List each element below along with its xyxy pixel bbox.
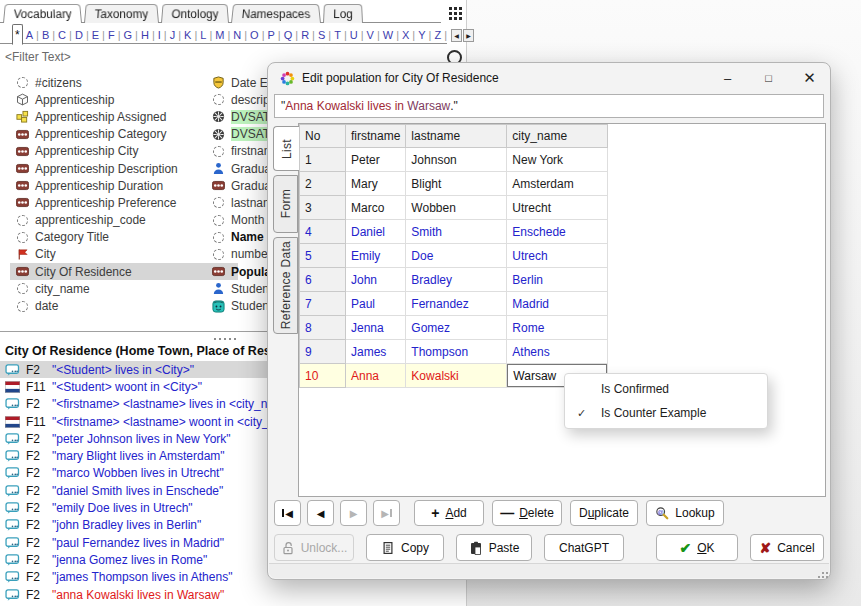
tree-item[interactable]: Apprenticeship Preference [10, 194, 238, 211]
city-cell[interactable]: Madrid [507, 292, 608, 316]
lastname-cell[interactable]: Blight [406, 172, 507, 196]
alphabet-letter-X[interactable]: X [399, 29, 412, 41]
alphabet-letter-M[interactable]: M [212, 29, 227, 41]
alphabet-letter-J[interactable]: J [167, 29, 179, 41]
table-row[interactable]: 6JohnBradleyBerlin [300, 268, 608, 292]
row-number-cell[interactable]: 6 [300, 268, 346, 292]
firstname-cell[interactable]: Emily [346, 244, 406, 268]
tree-item[interactable]: City Of Residence [10, 263, 238, 280]
tree-item[interactable]: Apprenticeship [10, 91, 238, 108]
alphabet-letter-Y[interactable]: Y [415, 29, 428, 41]
firstname-cell[interactable]: Anna [346, 364, 406, 388]
first-record-button[interactable]: ◀ [274, 500, 301, 526]
add-button[interactable]: +Add [414, 500, 484, 526]
next-record-button[interactable]: ▶ [340, 500, 367, 526]
statement-row[interactable]: F2"anna Kowalski lives in Warsaw" [0, 586, 467, 603]
alphabet-scroll-right-icon[interactable]: ▶ [463, 29, 474, 42]
tab-taxonomy[interactable]: Taxonomy [84, 4, 159, 23]
city-cell[interactable]: Athens [507, 340, 608, 364]
splitter-grip-icon[interactable] [214, 338, 216, 340]
tree-item[interactable]: City [10, 246, 238, 263]
tree-item[interactable]: Category Title [10, 229, 238, 246]
tab-ontology[interactable]: Ontology [161, 4, 229, 23]
minimize-button[interactable]: – [707, 63, 748, 93]
column-header-city_name[interactable]: city_name [507, 125, 608, 148]
maximize-button[interactable]: □ [748, 63, 789, 93]
alphabet-letter-W[interactable]: W [380, 29, 396, 41]
close-button[interactable]: ✕ [789, 63, 830, 93]
firstname-cell[interactable]: Daniel [346, 220, 406, 244]
lastname-cell[interactable]: Smith [406, 220, 507, 244]
row-number-cell[interactable]: 8 [300, 316, 346, 340]
row-number-cell[interactable]: 4 [300, 220, 346, 244]
alphabet-letter-C[interactable]: C [55, 29, 69, 41]
table-row[interactable]: 10AnnaKowalskiWarsaw [300, 364, 608, 388]
previous-record-button[interactable]: ◀ [307, 500, 334, 526]
alphabet-letter-H[interactable]: H [138, 29, 152, 41]
tree-item[interactable]: Apprenticeship Duration [10, 177, 238, 194]
alphabet-letter-K[interactable]: K [181, 29, 194, 41]
firstname-cell[interactable]: Marco [346, 196, 406, 220]
firstname-cell[interactable]: Mary [346, 172, 406, 196]
alphabet-letter-B[interactable]: B [39, 29, 52, 41]
city-cell[interactable]: Amsterdam [507, 172, 608, 196]
lookup-button[interactable]: @Lookup [646, 500, 724, 526]
row-number-cell[interactable]: 10 [300, 364, 346, 388]
firstname-cell[interactable]: John [346, 268, 406, 292]
lastname-cell[interactable]: Johnson [406, 148, 507, 172]
table-row[interactable]: 8JennaGomezRome [300, 316, 608, 340]
firstname-cell[interactable]: Paul [346, 292, 406, 316]
firstname-cell[interactable]: James [346, 340, 406, 364]
lastname-cell[interactable]: Kowalski [406, 364, 507, 388]
table-row[interactable]: 1PeterJohnsonNew York [300, 148, 608, 172]
alphabet-letter-T[interactable]: T [331, 29, 344, 41]
row-number-cell[interactable]: 3 [300, 196, 346, 220]
column-header-firstname[interactable]: firstname [346, 125, 406, 148]
column-header-lastname[interactable]: lastname [406, 125, 507, 148]
unlock-button[interactable]: Unlock... [274, 534, 354, 561]
lastname-cell[interactable]: Doe [406, 244, 507, 268]
city-cell[interactable]: Berlin [507, 268, 608, 292]
alphabet-letter-G[interactable]: G [121, 29, 136, 41]
tab-namespaces[interactable]: Namespaces [231, 4, 321, 23]
city-cell[interactable]: Rome [507, 316, 608, 340]
city-cell[interactable]: Enschede [507, 220, 608, 244]
table-row[interactable]: 3MarcoWobbenUtrecht [300, 196, 608, 220]
alphabet-letter-O[interactable]: O [247, 29, 262, 41]
table-row[interactable]: 5EmilyDoeUtrech [300, 244, 608, 268]
chatgpt-button[interactable]: ChatGPT [544, 534, 624, 561]
table-row[interactable]: 7PaulFernandezMadrid [300, 292, 608, 316]
row-number-cell[interactable]: 1 [300, 148, 346, 172]
table-row[interactable]: 4DanielSmithEnschede [300, 220, 608, 244]
tree-item[interactable]: Apprenticeship City [10, 143, 238, 160]
copy-button[interactable]: Copy [366, 534, 444, 561]
paste-button[interactable]: Paste [456, 534, 532, 561]
alphabet-letter-R[interactable]: R [298, 29, 312, 41]
tree-item[interactable]: apprenticeship_code [10, 212, 238, 229]
tree-item[interactable]: Apprenticeship Description [10, 160, 238, 177]
tree-item[interactable]: city_name [10, 280, 238, 297]
alphabet-letter-L[interactable]: L [197, 29, 209, 41]
tab-log[interactable]: Log [323, 4, 363, 23]
lastname-cell[interactable]: Fernandez [406, 292, 507, 316]
tree-item[interactable]: Apprenticeship Assigned [10, 108, 238, 125]
side-tab-reference-data[interactable]: Reference Data [273, 237, 298, 334]
alphabet-letter-D[interactable]: D [72, 29, 86, 41]
tree-item[interactable]: date [10, 297, 238, 314]
table-row[interactable]: 9JamesThompsonAthens [300, 340, 608, 364]
column-header-no[interactable]: No [300, 125, 346, 148]
row-number-cell[interactable]: 9 [300, 340, 346, 364]
side-tab-list[interactable]: List [273, 126, 299, 171]
tab-vocabulary[interactable]: Vocabulary [3, 4, 82, 23]
side-tab-form[interactable]: Form [273, 175, 298, 233]
grid-menu-icon[interactable] [449, 7, 452, 10]
tree-item[interactable]: #citizens [10, 74, 238, 91]
alphabet-star-tab[interactable]: * [12, 24, 23, 45]
alphabet-letter-V[interactable]: V [364, 29, 377, 41]
delete-button[interactable]: —Delete [492, 500, 562, 526]
last-record-button[interactable]: ▶ [373, 500, 400, 526]
lastname-cell[interactable]: Thompson [406, 340, 507, 364]
lastname-cell[interactable]: Wobben [406, 196, 507, 220]
firstname-cell[interactable]: Jenna [346, 316, 406, 340]
tree-item[interactable]: Apprenticeship Category [10, 126, 238, 143]
